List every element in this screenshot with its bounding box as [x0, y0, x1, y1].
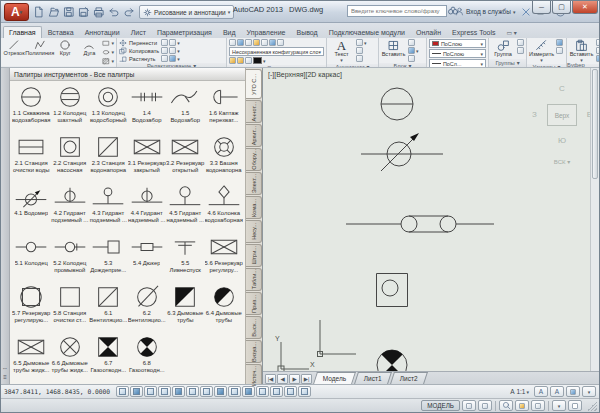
toggle-snap[interactable] — [130, 386, 143, 397]
toggle-dyn[interactable] — [242, 386, 255, 397]
draw-pline-button[interactable]: Полилиния — [27, 39, 52, 56]
layer-dropdown[interactable]: Несохраненная конфигурация сло▾ — [229, 47, 324, 56]
steering-wheel-button[interactable] — [515, 400, 529, 411]
bulb-on-icon[interactable] — [229, 57, 236, 64]
palette-tool[interactable]: 4.3 Гидрант подземный ... — [89, 184, 128, 234]
toggle-osnap[interactable] — [186, 386, 199, 397]
search-input[interactable] — [347, 5, 447, 17]
toggle-osnap3d[interactable] — [200, 386, 213, 397]
resize-grip[interactable] — [587, 401, 597, 411]
workspace-dropdown[interactable]: Рисование и аннотации ▾ — [139, 5, 234, 19]
layer-off-icon[interactable] — [237, 39, 244, 46]
rotate-icon[interactable] — [161, 39, 168, 46]
erase-icon[interactable] — [169, 55, 176, 62]
array-icon[interactable] — [161, 55, 168, 62]
layout-nav-2[interactable]: ▶ — [289, 374, 300, 384]
annotation-autoscale-button[interactable]: А — [550, 386, 564, 397]
workspace-switch-icon[interactable] — [566, 386, 580, 397]
modify-move-button[interactable]: Перенести — [119, 39, 159, 46]
minimize-button[interactable]: ─ — [532, 1, 551, 14]
create-block-icon[interactable] — [408, 47, 415, 54]
draw-arc-button[interactable]: Дуга — [78, 39, 100, 56]
palette-tab-5[interactable]: Элект... — [246, 172, 262, 195]
palette-tab-2[interactable]: Аннот... — [246, 100, 262, 123]
tab-Лист1[interactable]: Лист1 — [354, 372, 392, 384]
toggle-ducs[interactable] — [228, 386, 241, 397]
palette-tool[interactable]: 4.5 Гидрант надземный ... — [166, 184, 205, 234]
property-dropdown-2[interactable]: ПоСл...▾ — [429, 59, 486, 68]
draw-line-button[interactable]: Отрезок — [3, 39, 25, 56]
quick-view-drawings-button[interactable] — [478, 400, 492, 411]
toggle-otrack[interactable] — [214, 386, 227, 397]
quick-select-icon[interactable] — [556, 39, 563, 46]
dimension-icon[interactable] — [356, 39, 363, 46]
palette-tool[interactable]: 2.1 Станция очистки воды — [12, 134, 51, 184]
palette-tab-3[interactable]: Архит... — [246, 124, 262, 147]
layer-match-icon[interactable] — [269, 39, 276, 46]
palette-tab-9[interactable]: Табли... — [246, 268, 262, 291]
qat-new-button[interactable] — [32, 5, 46, 19]
palette-tool[interactable]: 6.5 Дымовые трубы жидк... — [12, 334, 51, 384]
qat-save-button[interactable] — [62, 5, 76, 19]
viewcube[interactable]: С З В Верх Ю ВСК ▾ — [531, 84, 593, 176]
drawing-entity-square-circle[interactable] — [376, 273, 408, 307]
drawing-canvas[interactable]: [-][Верхняя][2D каркас] С З В Верх Ю ВСК… — [263, 68, 599, 371]
qat-saveas-button[interactable] — [77, 5, 91, 19]
group-button[interactable]: Группа — [491, 39, 515, 57]
viewcube-wcs-menu[interactable]: ВСК ▾ — [531, 158, 593, 165]
palette-tool[interactable]: 5.6 Резервуар регулиру... — [205, 234, 244, 284]
layer-lock-icon[interactable] — [261, 39, 268, 46]
annotation-scale-button[interactable]: А 1:1▾ — [507, 386, 532, 397]
qat-open-button[interactable] — [47, 5, 61, 19]
palette-tool[interactable]: 5.5 Ливнеспуск — [166, 234, 205, 284]
flyout-rect[interactable]: ▾ — [102, 39, 114, 47]
close-button[interactable]: ✕ — [572, 1, 598, 14]
palette-tool[interactable]: 6.8 Газоотводн... — [128, 334, 167, 384]
block-attributes-icon[interactable] — [408, 55, 415, 62]
drawing-entity-pipe[interactable] — [346, 209, 494, 239]
paste-button[interactable]: Вставить ▾ — [569, 39, 594, 63]
palette-tab-11[interactable]: Выск... — [246, 316, 262, 339]
quick-calc-icon[interactable] — [556, 47, 563, 54]
palette-properties-icon[interactable]: ≡ — [3, 374, 7, 380]
flyout-hatch[interactable]: ▾ — [102, 57, 114, 65]
maximize-button[interactable]: ▢ — [552, 1, 571, 14]
palette-tool[interactable]: 6.3 Дымовые трубы тверд... — [166, 284, 205, 334]
match-properties-icon[interactable] — [596, 55, 599, 62]
layout-nav-1[interactable]: ◀ — [277, 374, 288, 384]
edit-block-icon[interactable] — [408, 39, 415, 46]
fillet-icon[interactable] — [169, 47, 176, 54]
cut-icon[interactable] — [596, 39, 599, 46]
ribbon-tab-Подключаемые модули[interactable]: Подключаемые модули — [324, 27, 410, 38]
showmotion-button[interactable] — [531, 400, 545, 411]
palette-tool[interactable]: 6.2 Вентиляцио... — [128, 284, 167, 334]
palette-header[interactable]: Палитры инструментов - Все палитры — [10, 68, 245, 81]
tab-Модель[interactable]: Модель — [313, 372, 356, 384]
qat-undo-button[interactable] — [107, 5, 121, 19]
draw-circle-button[interactable]: Круг — [54, 39, 76, 56]
canvas-vertical-scrollbar[interactable] — [590, 68, 599, 371]
palette-tool[interactable]: 4.4 Гидрант надземный ... — [128, 184, 167, 234]
layer-properties-icon[interactable] — [229, 39, 236, 46]
palette-tool[interactable]: 5.8 Станция очистки ст... — [51, 284, 90, 334]
modify-stretch-button[interactable]: Растянуть — [119, 55, 159, 62]
palette-tool[interactable]: 1.5 Водозабор поверхност... — [166, 84, 205, 134]
toggle-polar[interactable] — [172, 386, 185, 397]
flyout-ellipse[interactable]: ▾ — [102, 48, 114, 56]
palette-tab-12[interactable]: Визуа... — [246, 340, 262, 363]
lock-icon[interactable] — [245, 57, 252, 64]
toggle-ortho[interactable] — [158, 386, 171, 397]
drawing-entity-circle-hline[interactable] — [379, 86, 415, 122]
ribbon-tab-Вид[interactable]: Вид — [218, 27, 241, 38]
group-edit-icon[interactable] — [517, 47, 524, 54]
quick-view-layouts-button[interactable] — [462, 400, 476, 411]
palette-tool[interactable]: 4.6 Колонка водозаборная — [205, 184, 244, 234]
ribbon-tab-Вставка[interactable]: Вставка — [43, 27, 79, 38]
tab-Лист2[interactable]: Лист2 — [390, 372, 428, 384]
ribbon-minimize-button[interactable]: ▭ ▾ — [504, 27, 520, 38]
toggle-selectioncycling[interactable] — [298, 386, 311, 397]
ribbon-tab-Управление[interactable]: Управление — [242, 27, 291, 38]
ribbon-tab-Вывод[interactable]: Вывод — [292, 27, 323, 38]
palette-tool[interactable]: 1.2 Колодец шахтный — [51, 84, 90, 134]
clean-screen-button[interactable] — [568, 400, 582, 411]
